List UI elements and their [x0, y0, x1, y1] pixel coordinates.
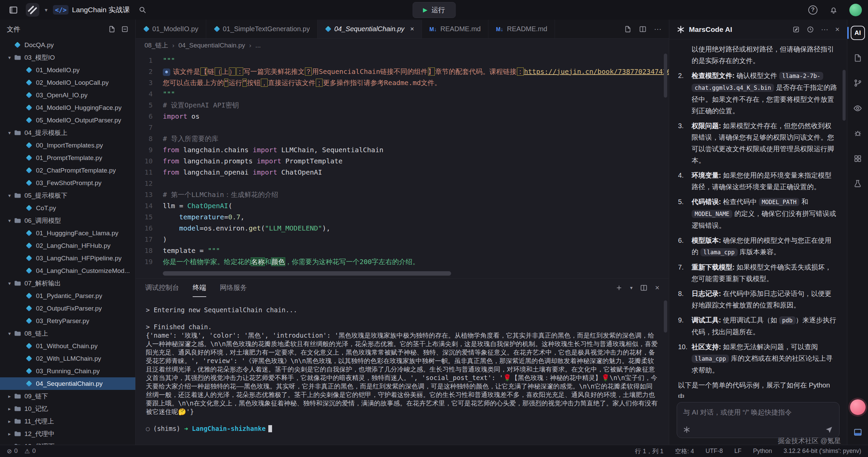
tree-file[interactable]: 02_With_LLMChain.py [0, 352, 135, 365]
tests-rail-button[interactable] [850, 176, 866, 191]
new-terminal-icon[interactable] [615, 284, 623, 292]
editor-tab[interactable]: 01_SimpleTextGeneration.py [206, 20, 318, 38]
tree-file[interactable]: 03_Running_Chain.py [0, 365, 135, 377]
tree-file[interactable]: 04_LangChain_CustomizeMod... [0, 264, 135, 277]
user-avatar[interactable] [849, 4, 862, 16]
debug-rail-button[interactable] [850, 125, 866, 141]
ai-more-icon[interactable]: ··· [821, 25, 828, 34]
extensions-rail-button[interactable] [850, 151, 866, 166]
open-preview-icon[interactable] [624, 25, 632, 33]
tree-file[interactable]: 01_PromptTemplate.py [0, 152, 135, 164]
tree-file[interactable]: 03_RetryParser.py [0, 315, 135, 327]
editor-tab[interactable]: 01_ModelIO.py [136, 20, 206, 38]
tree-folder[interactable]: ▾03_模型IO [0, 51, 135, 64]
preview-rail-button[interactable] [850, 100, 866, 116]
language-mode[interactable]: Python [753, 448, 772, 455]
breadcrumb-item[interactable]: 08_链上 [144, 41, 168, 50]
editor-tab[interactable]: M↓README.md [422, 20, 488, 38]
tree-file[interactable]: 02_LangChain_HFHub.py [0, 239, 135, 252]
inline-hint-icon[interactable]: ☻ [163, 68, 170, 76]
app-logo[interactable] [26, 3, 39, 17]
editor-tab[interactable]: M↓README.md [488, 20, 555, 38]
editor-vertical-scrollbar[interactable] [664, 54, 667, 98]
ai-scrollbar[interactable] [843, 70, 846, 121]
tree-file[interactable]: 03_FewShotPrompt.py [0, 177, 135, 189]
editor-tab[interactable]: 04_SequentialChain.py× [317, 20, 422, 38]
cursor-position[interactable]: 行 1，列 1 [635, 447, 663, 455]
tree-file[interactable]: 01_Pydantic_Parser.py [0, 290, 135, 302]
ai-rail-button[interactable]: AI [850, 25, 866, 41]
search-icon [138, 6, 147, 14]
breadcrumb-item[interactable]: ... [255, 42, 261, 49]
tree-folder[interactable]: ▸10_记忆 [0, 402, 135, 415]
new-chat-icon[interactable] [792, 26, 800, 33]
history-icon[interactable] [807, 26, 814, 33]
tree-file[interactable]: 02_ChatPromptTemplate.py [0, 164, 135, 177]
run-button[interactable]: ▶ 运行 [412, 2, 456, 18]
terminal-scrollbar[interactable] [664, 300, 667, 333]
sidebar-toggle-button[interactable] [6, 3, 20, 17]
help-button[interactable]: ? [808, 5, 817, 15]
tree-folder[interactable]: ▸13_代理下 [0, 440, 135, 445]
tree-file[interactable]: CoT.py [0, 202, 135, 214]
collapse-explorer-icon[interactable] [121, 25, 129, 33]
source-control-rail-button[interactable] [850, 75, 866, 91]
terminal[interactable]: > Entering new SequentialChain chain... … [136, 297, 669, 445]
terminal-prompt[interactable]: ○(shims) ➜ LangChain-shizhanke [146, 424, 659, 433]
tree-file[interactable]: 05_ModelIO_OutputParser.py [0, 114, 135, 126]
more-actions-icon[interactable]: ··· [654, 25, 661, 34]
tree-folder[interactable]: ▾08_链上 [0, 327, 135, 340]
tree-file[interactable]: 02_ModelIO_LoopCall.py [0, 76, 135, 89]
markdown-file-icon: M↓ [496, 25, 503, 33]
tree-folder[interactable]: ▾05_提示模板下 [0, 189, 135, 202]
notifications-button[interactable] [826, 3, 841, 17]
close-icon[interactable]: × [410, 25, 414, 33]
tree-folder[interactable]: ▸11_代理上 [0, 415, 135, 428]
python-file-icon [143, 25, 149, 33]
assistant-avatar[interactable] [850, 399, 866, 415]
warnings-indicator[interactable]: ⚠0 [24, 448, 36, 455]
editor-horizontal-scrollbar[interactable] [163, 271, 660, 276]
python-interpreter[interactable]: 3.12.2 64-bit ('shims': pyenv) [784, 448, 861, 455]
encoding[interactable]: UTF-8 [706, 448, 723, 455]
split-terminal-icon[interactable] [640, 284, 648, 292]
tree-file[interactable]: 01_Without_Chain.py [0, 340, 135, 352]
tree-file[interactable]: 04_ModelIO_HuggingFace.py [0, 101, 135, 114]
tree-folder[interactable]: ▾07_解析输出 [0, 277, 135, 290]
terminal-dropdown-icon[interactable]: ▾ [630, 285, 633, 291]
code-link[interactable]: https://juejin.cn/book/73877023474363945… [524, 67, 669, 76]
search-button[interactable] [135, 3, 150, 17]
close-panel-icon[interactable]: × [655, 283, 659, 292]
tree-file[interactable]: 01_HugggingFace_Llama.py [0, 227, 135, 239]
tree-file[interactable]: 00_ImportTemplates.py [0, 139, 135, 152]
errors-indicator[interactable]: ⊘0 [7, 448, 18, 455]
tree-folder[interactable]: ▾04_提示模板上 [0, 126, 135, 139]
tree-file[interactable]: 03_OpenAI_IO.py [0, 89, 135, 101]
panel-toggle-rail-button[interactable] [850, 424, 866, 440]
tree-folder[interactable]: ▸09_链下 [0, 390, 135, 402]
tree-folder[interactable]: ▸12_代理中 [0, 428, 135, 440]
project-badge[interactable]: </> LangChain 实战课 [53, 5, 130, 15]
tree-file[interactable]: 03_LangChain_HFPipeline.py [0, 252, 135, 264]
docs-rail-button[interactable] [850, 50, 866, 66]
eol[interactable]: LF [734, 448, 741, 455]
panel-tab[interactable]: 调试控制台 [145, 279, 179, 297]
ai-close-icon[interactable]: × [835, 25, 840, 34]
tree-file[interactable]: 04_SequentialChain.py [0, 377, 135, 390]
tree-file[interactable]: 02_OutputFixParser.py [0, 302, 135, 315]
panel-tab[interactable]: 网络服务 [220, 279, 247, 297]
code-editor[interactable]: 1"""2☻该文件是【链（上）：写一篇完美鲜花推文？用SequencialCha… [136, 52, 669, 278]
breadcrumb-item[interactable]: 04_SequentialChain.py [178, 42, 245, 49]
python-file-icon [26, 143, 36, 147]
logo-chevron-icon[interactable]: ▾ [45, 7, 47, 13]
ai-chat-input[interactable]: 与 AI 对话，或使用 “/” 唤起快捷指令 [677, 402, 840, 438]
send-icon[interactable] [825, 425, 833, 434]
indentation[interactable]: 空格: 4 [675, 447, 694, 455]
tree-item-label: 07_解析输出 [24, 279, 61, 288]
tree-file[interactable]: DocQA.py [0, 39, 135, 51]
split-editor-icon[interactable] [639, 25, 647, 33]
panel-tab[interactable]: 终端 [193, 279, 206, 297]
tree-folder[interactable]: ▾06_调用模型 [0, 214, 135, 227]
new-file-icon[interactable] [108, 25, 116, 33]
tree-file[interactable]: 01_ModelIO.py [0, 64, 135, 76]
